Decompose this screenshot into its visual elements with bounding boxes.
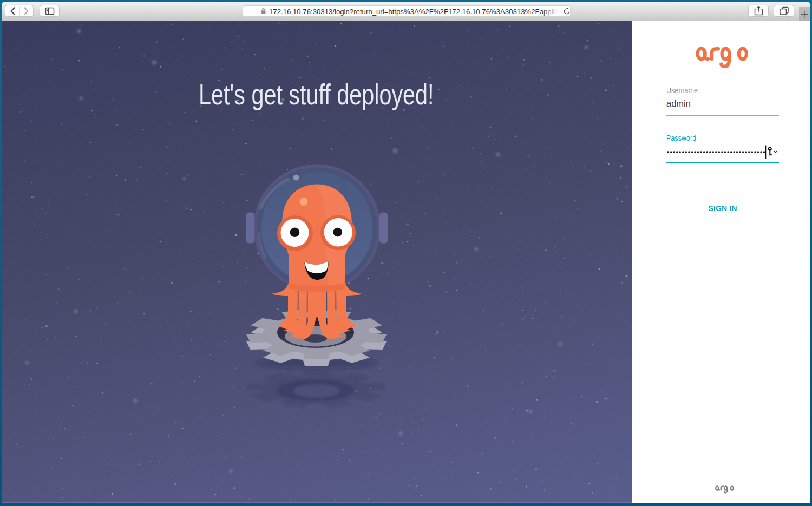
svg-text:172.16.10.76:30313/login?retur: 172.16.10.76:30313/login?return_url=http…: [269, 7, 562, 15]
